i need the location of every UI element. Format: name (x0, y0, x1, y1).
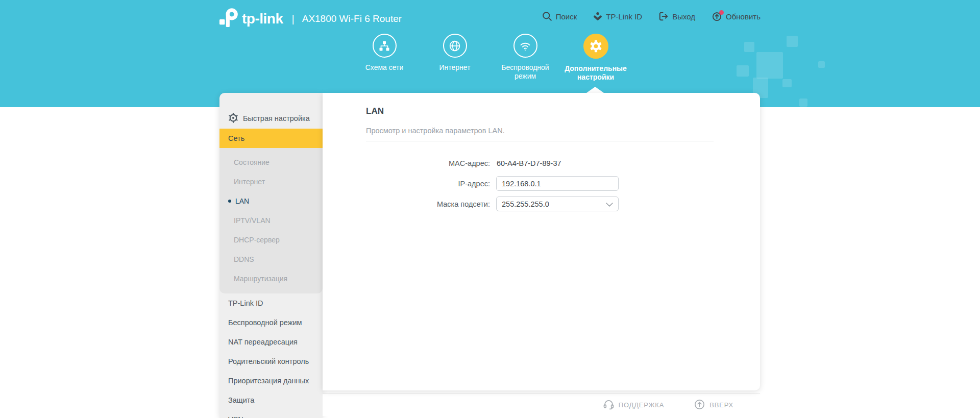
active-tab-pointer (586, 87, 604, 93)
bottom-bar: ПОДДЕРЖКА ВВЕРХ (323, 394, 760, 416)
submenu-item-iptv-vlan[interactable]: IPTV/VLAN (219, 211, 323, 230)
sidebar-item-label: Беспроводной режим (228, 318, 302, 327)
tab-network-map[interactable]: Схема сети (349, 34, 420, 82)
tplink-id-button[interactable]: TP-Link ID (593, 11, 642, 21)
sidebar-item-nat-forwarding[interactable]: NAT переадресация (219, 332, 323, 352)
ip-address-label: IP-адрес: (366, 180, 496, 188)
sidebar-item-label: NAT переадресация (228, 338, 298, 346)
submenu-item-ddns[interactable]: DDNS (219, 250, 323, 269)
tab-label: Дополнительные настройки (560, 64, 631, 82)
brand-block: tp-link | AX1800 Wi-Fi 6 Router (219, 7, 402, 31)
back-to-top-label: ВВЕРХ (709, 401, 733, 409)
sidebar-item-network[interactable]: Сеть (219, 129, 323, 148)
product-name: AX1800 Wi-Fi 6 Router (302, 13, 402, 24)
sidebar-item-tplink-id[interactable]: TP-Link ID (219, 293, 323, 313)
update-badge (719, 10, 724, 15)
subnet-mask-label: Маска подсети: (366, 200, 496, 208)
sidebar-item-label: Защита (228, 396, 254, 404)
mac-address-row: MAC-адрес: 60-A4-B7-D7-89-37 (366, 156, 714, 170)
page-subtitle: Просмотр и настройка параметров LAN. (366, 127, 714, 141)
search-label: Поиск (556, 12, 577, 21)
lan-form: MAC-адрес: 60-A4-B7-D7-89-37 IP-адрес: М… (366, 156, 714, 211)
submenu-item-routing[interactable]: Маршрутизация (219, 269, 323, 288)
tab-wireless[interactable]: Беспроводной режим (490, 34, 560, 82)
logout-label: Выход (672, 12, 695, 21)
sidebar-item-wireless[interactable]: Беспроводной режим (219, 313, 323, 332)
submenu-item-lan[interactable]: LAN (219, 191, 323, 211)
active-bullet-icon (228, 200, 231, 203)
header-actions: Поиск TP-Link ID Выход Обновить (542, 0, 761, 33)
advanced-gear-icon (583, 34, 608, 59)
support-label: ПОДДЕРЖКА (619, 401, 664, 409)
search-icon (542, 11, 552, 21)
submenu-item-label: Состояние (234, 158, 270, 166)
sidebar-item-quick-setup[interactable]: Быстрая настройка (219, 108, 323, 129)
page-title: LAN (366, 106, 714, 116)
up-arrow-circle-icon (694, 399, 705, 412)
tab-label: Интернет (439, 63, 470, 72)
sidebar-item-label: Быстрая настройка (243, 114, 310, 122)
user-icon (593, 11, 602, 21)
submenu-item-dhcp-server[interactable]: DHCP-сервер (219, 230, 323, 250)
tplink-id-label: TP-Link ID (606, 12, 642, 21)
sidebar-item-label: Приоритезация данных (228, 377, 309, 385)
update-button[interactable]: Обновить (712, 11, 761, 22)
update-icon (712, 11, 722, 22)
subnet-mask-select[interactable]: 255.255.255.0 (496, 196, 619, 211)
sidebar-item-label: Сеть (228, 134, 244, 142)
wireless-icon (513, 34, 537, 58)
ip-address-row: IP-адрес: (366, 176, 714, 191)
tab-label: Беспроводной режим (490, 63, 560, 81)
logout-icon (658, 11, 669, 21)
sidebar-sections: TP-Link ID Беспроводной режим NAT переад… (219, 293, 323, 418)
back-to-top-button[interactable]: ВВЕРХ (694, 399, 733, 412)
sidebar-item-qos[interactable]: Приоритезация данных (219, 371, 323, 390)
main-panel: Быстрая настройка Сеть Состояние Интерне… (219, 93, 760, 418)
submenu-item-label: DHCP-сервер (234, 236, 280, 244)
headset-icon (603, 399, 615, 412)
support-button[interactable]: ПОДДЕРЖКА (603, 399, 664, 412)
network-map-icon (373, 34, 397, 58)
submenu-item-label: IPTV/VLAN (234, 216, 271, 225)
sidebar-item-label: TP-Link ID (228, 299, 263, 307)
submenu-item-label: Интернет (234, 178, 265, 186)
tab-advanced-settings[interactable]: Дополнительные настройки (560, 34, 631, 82)
brand-separator: | (292, 13, 295, 25)
search-button[interactable]: Поиск (542, 11, 577, 21)
content-column: LAN Просмотр и настройка параметров LAN.… (323, 93, 760, 418)
submenu-item-label: Маршрутизация (234, 275, 287, 283)
submenu-item-internet[interactable]: Интернет (219, 172, 323, 191)
brand-name: tp-link (242, 11, 283, 27)
sidebar-item-label: Родительский контроль (228, 357, 309, 365)
lan-settings-card: LAN Просмотр и настройка параметров LAN.… (323, 93, 760, 390)
sidebar-item-label: VPN-сервер (228, 415, 270, 418)
main-nav-tabs: Схема сети Интернет Беспроводной режим Д… (349, 34, 631, 82)
sidebar-item-parental-controls[interactable]: Родительский контроль (219, 352, 323, 371)
mac-address-value: 60-A4-B7-D7-89-37 (497, 159, 561, 167)
logout-button[interactable]: Выход (658, 11, 695, 21)
tab-internet[interactable]: Интернет (420, 34, 490, 82)
tab-label: Схема сети (365, 63, 404, 72)
sidebar-item-security[interactable]: Защита (219, 390, 323, 410)
submenu-item-label: LAN (235, 197, 249, 205)
subnet-mask-value: 255.255.255.0 (502, 200, 549, 208)
tp-link-logo-icon (219, 7, 238, 31)
internet-globe-icon (443, 34, 467, 58)
sidebar: Быстрая настройка Сеть Состояние Интерне… (219, 93, 323, 418)
submenu-item-label: DDNS (234, 255, 254, 263)
mac-address-label: MAC-адрес: (366, 159, 496, 167)
top-banner: tp-link | AX1800 Wi-Fi 6 Router Поиск TP… (0, 0, 980, 107)
subnet-mask-row: Маска подсети: 255.255.255.0 (366, 196, 714, 211)
submenu-item-status[interactable]: Состояние (219, 153, 323, 172)
network-submenu: Состояние Интернет LAN IPTV/VLAN DHCP-се… (219, 148, 323, 293)
chevron-down-icon (606, 200, 613, 208)
ip-address-input[interactable] (496, 176, 619, 191)
update-label: Обновить (726, 12, 761, 21)
quick-setup-gear-icon (228, 113, 238, 125)
router-admin-screen: tp-link | AX1800 Wi-Fi 6 Router Поиск TP… (0, 0, 980, 418)
sidebar-item-vpn-server[interactable]: VPN-сервер (219, 410, 323, 418)
